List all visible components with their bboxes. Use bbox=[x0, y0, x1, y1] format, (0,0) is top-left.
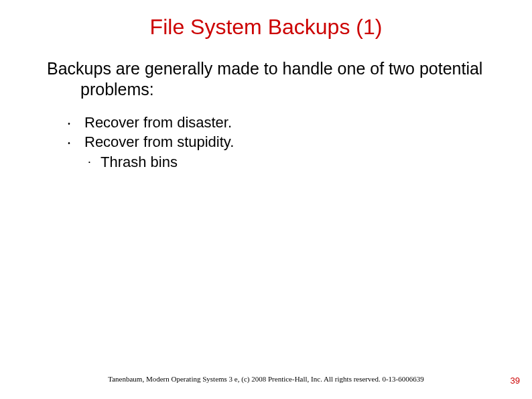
bullet-text: Recover from disaster. bbox=[84, 113, 532, 133]
sub-bullet-text: Thrash bins bbox=[101, 152, 178, 172]
footer: Tanenbaum, Modern Operating Systems 3 e,… bbox=[0, 372, 532, 384]
bullet-icon: • bbox=[54, 113, 84, 129]
sub-list-item: • Thrash bins bbox=[84, 152, 532, 172]
list-item: • Recover from stupidity. • Thrash bins bbox=[54, 132, 532, 172]
footer-text: Tanenbaum, Modern Operating Systems 3 e,… bbox=[108, 375, 424, 383]
bullet-text-container: Recover from stupidity. • Thrash bins bbox=[84, 132, 532, 172]
page-number: 39 bbox=[511, 376, 520, 386]
list-item: • Recover from disaster. bbox=[54, 113, 532, 133]
slide: File System Backups (1) Backups are gene… bbox=[0, 0, 532, 399]
bullet-icon: • bbox=[88, 152, 101, 166]
bullet-icon: • bbox=[54, 132, 84, 148]
slide-title: File System Backups (1) bbox=[0, 15, 532, 40]
bullet-text: Recover from stupidity. bbox=[84, 132, 532, 152]
bullet-list: • Recover from disaster. • Recover from … bbox=[0, 113, 532, 172]
intro-text: Backups are generally made to handle one… bbox=[0, 58, 532, 101]
